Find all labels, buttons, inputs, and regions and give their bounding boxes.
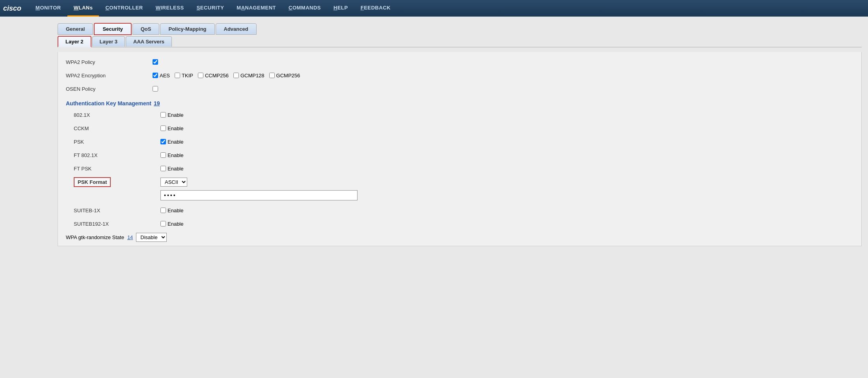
auth-suiteb1x-enable-label: Enable <box>168 208 183 213</box>
auth-ft8021x-item: Enable <box>160 152 183 158</box>
left-sidebar <box>0 23 51 378</box>
psk-password-input[interactable] <box>160 190 358 200</box>
sub-tab-aaa-servers[interactable]: AAA Servers <box>126 36 172 47</box>
psk-format-controls: ASCII HEX <box>160 178 187 187</box>
auth-8021x-checkbox[interactable] <box>160 112 166 118</box>
form-section: WPA2 Policy WPA2 Encryption AES TKIP <box>58 52 862 246</box>
auth-suiteb192-row: SUITEB192-1X Enable <box>66 218 853 230</box>
wpa2-gcmp128-item: GCMP128 <box>233 73 264 79</box>
osen-policy-label: OSEN Policy <box>66 86 153 92</box>
auth-8021x-row: 802.1X Enable <box>66 109 853 121</box>
auth-cckm-row: CCKM Enable <box>66 122 853 134</box>
tab-advanced[interactable]: Advanced <box>216 23 257 35</box>
wpa2-ccmp256-checkbox[interactable] <box>198 73 203 78</box>
nav-wireless[interactable]: WIRELESS <box>149 0 190 17</box>
auth-psk-controls: Enable <box>160 139 183 145</box>
nav-monitor[interactable]: MONITOR <box>29 0 67 17</box>
nav-help[interactable]: HELP <box>327 0 354 17</box>
tab-security[interactable]: Security <box>94 23 131 35</box>
osen-policy-checkbox[interactable] <box>153 86 158 92</box>
wpa2-aes-label: AES <box>160 73 170 79</box>
tab-general[interactable]: General <box>58 23 93 35</box>
wpa2-tkip-checkbox[interactable] <box>175 73 180 78</box>
auth-psk-label: PSK <box>74 139 160 145</box>
auth-key-mgmt-link[interactable]: 19 <box>154 100 160 107</box>
auth-cckm-controls: Enable <box>160 125 183 131</box>
wpa2-gcmp256-checkbox[interactable] <box>269 73 275 78</box>
auth-cckm-label: CCKM <box>74 125 160 131</box>
auth-suiteb192-enable-label: Enable <box>168 221 183 227</box>
psk-format-select[interactable]: ASCII HEX <box>160 178 187 187</box>
nav-items: MONITOR WLANs CONTROLLER WIRELESS SECURI… <box>29 0 397 17</box>
auth-ftpsk-enable-label: Enable <box>168 166 183 172</box>
auth-8021x-enable-label: Enable <box>168 112 183 118</box>
auth-psk-row: PSK Enable <box>66 136 853 148</box>
osen-policy-row: OSEN Policy <box>66 83 853 95</box>
auth-cckm-enable-label: Enable <box>168 125 183 131</box>
osen-policy-controls <box>153 86 158 92</box>
main-content: General Security QoS Policy-Mapping Adva… <box>0 17 868 378</box>
auth-ftpsk-label: FT PSK <box>74 166 160 172</box>
auth-8021x-label: 802.1X <box>74 112 160 118</box>
auth-ftpsk-row: FT PSK Enable <box>66 163 853 174</box>
auth-ft8021x-label: FT 802.1X <box>74 152 160 158</box>
auth-key-mgmt-text: Authentication Key Management <box>66 100 151 107</box>
nav-controller[interactable]: CONTROLLER <box>99 0 149 17</box>
psk-password-row <box>66 189 853 201</box>
wpa2-policy-checkbox[interactable] <box>153 59 158 65</box>
wpa2-encryption-controls: AES TKIP CCMP256 GCMP128 <box>153 73 300 79</box>
auth-psk-item: Enable <box>160 139 183 145</box>
auth-ftpsk-checkbox[interactable] <box>160 166 166 171</box>
wpa2-gcmp128-label: GCMP128 <box>240 73 264 79</box>
wpa2-policy-label: WPA2 Policy <box>66 59 153 65</box>
auth-suiteb192-controls: Enable <box>160 221 183 227</box>
sub-tab-layer2[interactable]: Layer 2 <box>58 36 91 47</box>
auth-cckm-item: Enable <box>160 125 183 131</box>
navbar: cisco MONITOR WLANs CONTROLLER WIRELESS … <box>0 0 868 17</box>
wpa2-gcmp128-checkbox[interactable] <box>233 73 239 78</box>
psk-format-row: PSK Format ASCII HEX <box>66 176 853 188</box>
wpa2-policy-row: WPA2 Policy <box>66 56 853 68</box>
auth-suiteb192-label: SUITEB192-1X <box>74 221 160 227</box>
auth-suiteb1x-row: SUITEB-1X Enable <box>66 204 853 216</box>
auth-suiteb192-item: Enable <box>160 221 183 227</box>
wpa-gtk-link[interactable]: 14 <box>127 234 133 240</box>
auth-cckm-checkbox[interactable] <box>160 125 166 131</box>
auth-key-mgmt-heading: Authentication Key Management 19 <box>66 100 853 107</box>
logo: cisco <box>3 4 21 13</box>
auth-suiteb192-checkbox[interactable] <box>160 221 166 226</box>
wpa2-tkip-item: TKIP <box>175 73 193 79</box>
wpa2-aes-checkbox[interactable] <box>153 73 158 78</box>
wpa2-gcmp256-item: GCMP256 <box>269 73 300 79</box>
wpa2-aes-item: AES <box>153 73 170 79</box>
wpa2-gcmp256-label: GCMP256 <box>276 73 300 79</box>
auth-suiteb1x-item: Enable <box>160 208 183 213</box>
wpa2-ccmp256-label: CCMP256 <box>205 73 229 79</box>
wpa2-tkip-label: TKIP <box>182 73 193 79</box>
wpa-gtk-select[interactable]: Disable Enable <box>136 233 167 242</box>
tab-qos[interactable]: QoS <box>132 23 160 35</box>
auth-psk-checkbox[interactable] <box>160 139 166 144</box>
nav-wlans[interactable]: WLANs <box>67 0 99 17</box>
nav-management[interactable]: MANAGEMENT <box>230 0 282 17</box>
content-area: General Security QoS Policy-Mapping Adva… <box>51 23 868 378</box>
auth-ft8021x-checkbox[interactable] <box>160 152 166 158</box>
sub-tab-layer3[interactable]: Layer 3 <box>92 36 125 47</box>
nav-security[interactable]: SECURITY <box>190 0 231 17</box>
psk-format-label-wrapper: PSK Format <box>74 179 160 185</box>
auth-ft8021x-row: FT 802.1X Enable <box>66 149 853 161</box>
auth-suiteb1x-checkbox[interactable] <box>160 208 166 213</box>
sub-tab-bar: Layer 2 Layer 3 AAA Servers <box>58 36 862 47</box>
auth-ftpsk-controls: Enable <box>160 166 183 172</box>
nav-commands[interactable]: COMMANDS <box>282 0 327 17</box>
auth-suiteb1x-label: SUITEB-1X <box>74 208 160 213</box>
auth-suiteb1x-controls: Enable <box>160 208 183 213</box>
wpa2-encryption-label: WPA2 Encryption <box>66 73 153 79</box>
wpa2-encryption-row: WPA2 Encryption AES TKIP CCMP256 <box>66 69 853 81</box>
auth-ft8021x-enable-label: Enable <box>168 152 183 158</box>
nav-feedback[interactable]: FEEDBACK <box>354 0 397 17</box>
main-tab-bar: General Security QoS Policy-Mapping Adva… <box>58 23 862 35</box>
tab-policy-mapping[interactable]: Policy-Mapping <box>160 23 214 35</box>
wpa2-ccmp256-item: CCMP256 <box>198 73 229 79</box>
auth-ft8021x-controls: Enable <box>160 152 183 158</box>
